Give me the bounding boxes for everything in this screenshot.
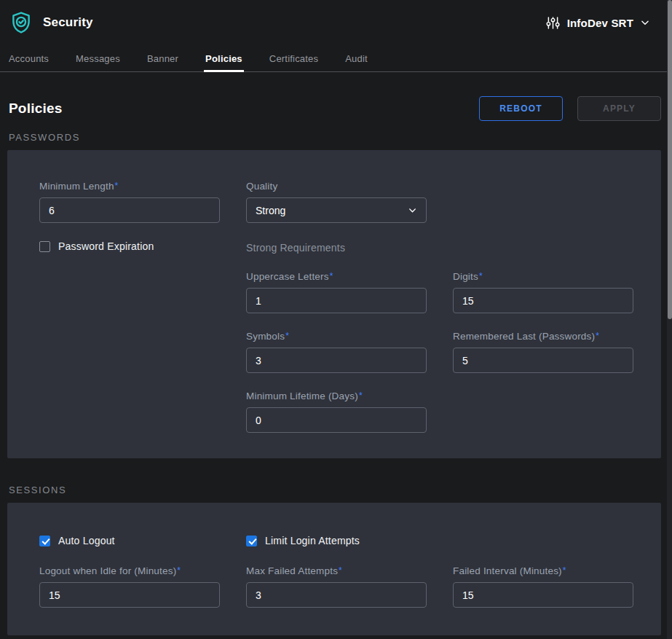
failed-interval-field: Failed Interval (Minutes)* (453, 565, 633, 608)
symbols-field: Symbols* (246, 331, 427, 373)
limit-login-attempts-label: Limit Login Attempts (265, 535, 360, 546)
auto-logout-label: Auto Logout (58, 535, 115, 546)
password-expiration-label: Password Expiration (58, 240, 154, 252)
required-marker: * (115, 181, 119, 191)
logout-idle-label: Logout when Idle for (Minutes) (39, 565, 176, 576)
digits-field: Digits* (453, 271, 633, 313)
tab-certificates[interactable]: Certificates (269, 45, 318, 71)
checkbox-box (246, 536, 257, 546)
remembered-last-input[interactable] (453, 348, 633, 373)
tab-messages[interactable]: Messages (76, 45, 120, 71)
logout-idle-input[interactable] (39, 582, 220, 608)
sliders-icon (545, 15, 561, 31)
passwords-section-label: PASSWORDS (7, 132, 661, 143)
uppercase-letters-input[interactable] (246, 288, 427, 313)
tab-banner[interactable]: Banner (147, 45, 178, 71)
required-marker: * (177, 565, 181, 576)
required-marker: * (339, 565, 342, 576)
security-shield-icon (9, 10, 33, 35)
required-marker: * (479, 271, 483, 281)
strong-requirements-label: Strong Requirements (246, 240, 427, 254)
required-marker: * (563, 565, 566, 576)
remembered-last-label: Remembered Last (Passwords) (453, 331, 595, 342)
checkbox-box (39, 536, 50, 546)
chevron-down-icon (640, 17, 650, 28)
reboot-button[interactable]: REBOOT (479, 96, 563, 121)
page-actions: REBOOT APPLY (479, 96, 661, 121)
minimum-lifetime-input[interactable] (246, 407, 427, 433)
remembered-last-field: Remembered Last (Passwords)* (453, 331, 633, 373)
passwords-panel: Minimum Length* Quality Strong P (7, 150, 661, 458)
required-marker: * (596, 331, 599, 341)
app-title: Security (43, 15, 93, 30)
quality-select-value: Strong (256, 205, 285, 216)
apply-button[interactable]: APPLY (577, 96, 661, 121)
limit-login-attempts-checkbox[interactable]: Limit Login Attempts (246, 535, 427, 546)
password-expiration-checkbox[interactable]: Password Expiration (39, 240, 220, 252)
device-name: InfoDev SRT (567, 17, 633, 29)
app-header: Security InfoDev SRT (0, 0, 672, 45)
scrollbar-thumb[interactable] (668, 0, 672, 319)
digits-input[interactable] (453, 288, 633, 313)
uppercase-letters-label: Uppercase Letters (246, 271, 329, 282)
chevron-down-icon (408, 205, 417, 215)
max-failed-attempts-input[interactable] (246, 582, 427, 608)
checkbox-box (39, 241, 50, 252)
page-title: Policies (7, 101, 62, 117)
required-marker: * (330, 271, 333, 281)
required-marker: * (359, 391, 363, 401)
tabbar: Accounts Messages Banner Policies Certif… (0, 45, 672, 72)
tab-policies[interactable]: Policies (205, 45, 242, 71)
minimum-length-field: Minimum Length* (39, 181, 220, 223)
symbols-input[interactable] (246, 348, 427, 373)
failed-interval-label: Failed Interval (Minutes) (453, 565, 562, 576)
uppercase-letters-field: Uppercase Letters* (246, 271, 427, 313)
minimum-length-label: Minimum Length (39, 181, 114, 192)
quality-label: Quality (246, 181, 427, 192)
symbols-label: Symbols (246, 331, 285, 342)
page-header: Policies REBOOT APPLY (7, 96, 661, 121)
vertical-scrollbar[interactable] (667, 0, 672, 639)
auto-logout-checkbox[interactable]: Auto Logout (39, 535, 220, 546)
quality-field: Quality Strong (246, 181, 427, 223)
required-marker: * (285, 331, 289, 341)
max-failed-attempts-label: Max Failed Attempts (246, 565, 338, 576)
device-selector[interactable]: InfoDev SRT (545, 15, 650, 31)
max-failed-attempts-field: Max Failed Attempts* (246, 565, 427, 608)
sessions-section-label: SESSIONS (7, 485, 661, 495)
tab-accounts[interactable]: Accounts (9, 45, 49, 71)
minimum-lifetime-field: Minimum Lifetime (Days)* (246, 391, 427, 433)
tab-audit[interactable]: Audit (345, 45, 368, 71)
quality-select[interactable]: Strong (246, 197, 427, 223)
logout-idle-field: Logout when Idle for (Minutes)* (39, 565, 220, 608)
failed-interval-input[interactable] (453, 582, 633, 608)
minimum-length-input[interactable] (39, 197, 220, 223)
main-content: Policies REBOOT APPLY PASSWORDS Minimum … (0, 96, 672, 635)
minimum-lifetime-label: Minimum Lifetime (Days) (246, 391, 358, 401)
digits-label: Digits (453, 271, 478, 282)
sessions-panel: Auto Logout Limit Login Attempts Logout … (7, 503, 661, 635)
